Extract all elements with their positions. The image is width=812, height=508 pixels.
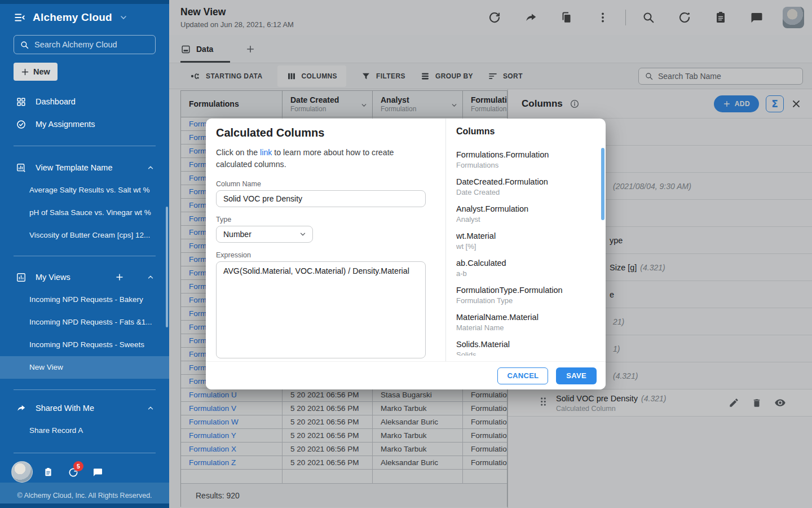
modal-column-item[interactable]: MaterialName.Material Material Name [456,309,600,336]
sidebar-view-item[interactable]: Viscosity of Butter Cream [cps] 12... [0,224,169,247]
sidebar-view-item[interactable]: pH of Salsa Sauce vs. Vinegar wt % [0,202,169,224]
check-circle-icon [16,119,27,130]
sidebar-item-dashboard[interactable]: Dashboard [0,90,169,113]
new-button-label: New [33,67,50,76]
chevron-up-icon[interactable] [147,164,155,172]
save-button[interactable]: SAVE [556,367,597,384]
type-select[interactable]: Number [216,226,313,243]
modal-columns-pane: Columns Formulations.Formulation Formula… [445,119,606,389]
sidebar-search-input[interactable] [34,40,147,49]
expression-input[interactable]: AVG(Solid.Material, VOC.Material) / Dens… [216,261,426,358]
collapse-menu-icon[interactable] [14,11,26,24]
modal-column-item[interactable]: DateCreated.Formulation Date Created [456,174,600,201]
divider [14,389,156,390]
add-view-icon[interactable] [115,273,124,282]
help-link[interactable]: link [260,148,272,157]
modal-column-item[interactable]: ab.Calculated a-b [456,255,600,282]
sidebar-scrollbar[interactable] [166,207,168,327]
workspace-chevron-down-icon[interactable] [119,13,128,22]
sidebar-view-item[interactable]: Average Salty Results vs. Salt wt % [0,179,169,202]
sidebar-item-label: My Assignments [36,120,95,129]
modal-column-item[interactable]: Formulations.Formulation Formulations [456,147,600,174]
section-view-template-name[interactable]: View Template Name [0,156,169,179]
sidebar-search[interactable] [14,35,156,54]
modal-columns-list: Formulations.Formulation Formulations Da… [456,147,600,356]
chart-template-icon [16,163,27,173]
divider [14,256,156,256]
share-arrow-icon [16,403,27,414]
modal-columns-title: Columns [456,126,606,137]
sidebar-bottom-edge [0,503,169,508]
section-title: Shared With Me [36,404,94,413]
sidebar-item-my-assignments[interactable]: My Assignments [0,113,169,135]
modal-column-item[interactable]: Solids.Material Solids [456,336,600,356]
sidebar-view-item[interactable]: Share Record A [0,419,169,442]
search-icon [20,40,29,50]
chat-icon[interactable] [92,467,103,480]
type-label: Type [216,216,435,224]
bar-chart-icon [16,272,27,283]
type-selected-value: Number [223,230,251,239]
app-title: Alchemy Cloud [33,11,112,24]
new-button[interactable]: New [14,63,58,81]
cancel-button[interactable]: CANCEL [497,367,548,384]
sidebar-view-item[interactable]: Incoming NPD Requests - Fats &1... [0,311,169,334]
sidebar-top-edge [0,0,169,4]
modal-description: Click on the link to learn more about ho… [216,147,431,170]
notification-badge: 5 [73,461,83,471]
chevron-down-icon [299,230,307,238]
sidebar-view-item[interactable]: Incoming NPD Requests - Bakery [0,288,169,311]
column-name-label: Column Name [216,180,435,188]
section-shared-with-me[interactable]: Shared With Me [0,397,169,419]
modal-title: Calculated Columns [216,126,435,139]
chevron-up-icon[interactable] [147,404,155,412]
column-name-input[interactable] [216,190,426,207]
expression-label: Expression [216,251,435,259]
modal-column-item[interactable]: wt.Material wt [%] [456,228,600,255]
clipboard-icon[interactable] [43,467,54,480]
sidebar-item-label: Dashboard [36,97,76,106]
plus-icon [21,68,29,76]
chevron-up-icon[interactable] [147,273,155,281]
sidebar: Alchemy Cloud New Dashboard [0,0,169,508]
divider [14,453,156,453]
modal-column-item[interactable]: FormulationType.Formulation Formulation … [456,282,600,309]
modal-list-scrollbar[interactable] [601,148,604,220]
section-my-views[interactable]: My Views [0,266,169,288]
modal-column-item[interactable]: Analyst.Formulation Analyst [456,201,600,228]
dashboard-grid-icon [16,97,27,107]
section-title: View Template Name [36,163,112,172]
section-title: My Views [36,273,70,282]
calculated-columns-modal: Calculated Columns Click on the link to … [206,119,606,389]
user-avatar[interactable] [11,461,33,483]
sidebar-view-item[interactable]: New View [0,356,169,379]
modal-footer: CANCEL SAVE [206,361,606,389]
sidebar-view-item[interactable]: Incoming NPD Requests - Sweets [0,334,169,356]
divider [14,146,156,146]
